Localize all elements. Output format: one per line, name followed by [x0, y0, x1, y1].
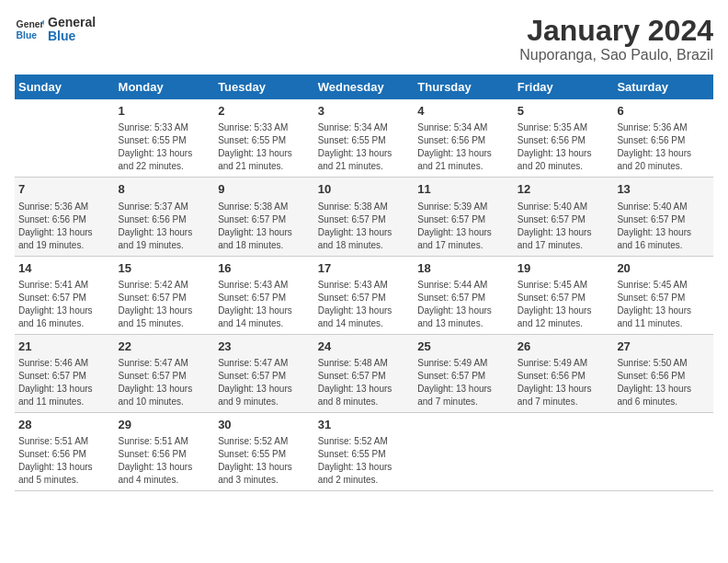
day-number: 9 — [218, 181, 311, 198]
calendar-cell: 27Sunrise: 5:50 AM Sunset: 6:56 PM Dayli… — [613, 334, 713, 412]
column-header-friday: Friday — [514, 75, 614, 99]
svg-text:General: General — [17, 19, 44, 29]
day-number: 11 — [417, 181, 510, 198]
calendar-cell: 17Sunrise: 5:43 AM Sunset: 6:57 PM Dayli… — [314, 256, 415, 334]
calendar-week-row: 21Sunrise: 5:46 AM Sunset: 6:57 PM Dayli… — [15, 334, 713, 412]
title-block: January 2024 Nuporanga, Sao Paulo, Brazi… — [519, 15, 713, 63]
day-info: Sunrise: 5:33 AM Sunset: 6:55 PM Dayligh… — [119, 121, 211, 173]
day-number: 16 — [218, 260, 311, 277]
day-number: 8 — [119, 181, 211, 198]
calendar-cell — [514, 412, 614, 490]
logo: General Blue General Blue — [15, 15, 96, 44]
calendar-cell: 30Sunrise: 5:52 AM Sunset: 6:55 PM Dayli… — [214, 412, 314, 490]
calendar-cell: 11Sunrise: 5:39 AM Sunset: 6:57 PM Dayli… — [414, 178, 514, 256]
day-number: 1 — [119, 103, 211, 120]
calendar-cell: 12Sunrise: 5:40 AM Sunset: 6:57 PM Dayli… — [514, 178, 614, 256]
column-header-monday: Monday — [115, 75, 215, 99]
day-info: Sunrise: 5:36 AM Sunset: 6:56 PM Dayligh… — [617, 121, 710, 173]
day-number: 4 — [417, 103, 510, 120]
day-info: Sunrise: 5:48 AM Sunset: 6:57 PM Dayligh… — [318, 357, 411, 408]
day-info: Sunrise: 5:34 AM Sunset: 6:56 PM Dayligh… — [417, 121, 510, 173]
day-number: 31 — [318, 417, 411, 433]
day-info: Sunrise: 5:44 AM Sunset: 6:57 PM Dayligh… — [417, 279, 510, 330]
calendar-week-row: 28Sunrise: 5:51 AM Sunset: 6:56 PM Dayli… — [15, 412, 713, 490]
calendar-cell: 9Sunrise: 5:38 AM Sunset: 6:57 PM Daylig… — [214, 178, 314, 256]
day-number: 2 — [218, 103, 311, 120]
logo-line1: General — [48, 16, 96, 29]
day-number: 12 — [518, 181, 610, 198]
calendar-cell: 5Sunrise: 5:35 AM Sunset: 6:56 PM Daylig… — [514, 99, 614, 178]
day-info: Sunrise: 5:35 AM Sunset: 6:56 PM Dayligh… — [518, 121, 610, 173]
day-info: Sunrise: 5:33 AM Sunset: 6:55 PM Dayligh… — [218, 121, 311, 173]
calendar-cell: 10Sunrise: 5:38 AM Sunset: 6:57 PM Dayli… — [314, 178, 415, 256]
day-info: Sunrise: 5:47 AM Sunset: 6:57 PM Dayligh… — [218, 357, 311, 408]
day-number: 14 — [18, 260, 111, 277]
day-number: 6 — [617, 103, 710, 120]
day-number: 25 — [417, 339, 510, 355]
svg-text:Blue: Blue — [17, 30, 38, 40]
calendar-cell: 14Sunrise: 5:41 AM Sunset: 6:57 PM Dayli… — [15, 256, 115, 334]
page-subtitle: Nuporanga, Sao Paulo, Brazil — [519, 47, 713, 63]
day-number: 18 — [417, 260, 510, 277]
day-number: 23 — [218, 339, 311, 355]
day-info: Sunrise: 5:42 AM Sunset: 6:57 PM Dayligh… — [119, 279, 211, 330]
day-info: Sunrise: 5:51 AM Sunset: 6:56 PM Dayligh… — [119, 435, 211, 487]
calendar-cell: 3Sunrise: 5:34 AM Sunset: 6:55 PM Daylig… — [314, 99, 415, 178]
calendar-cell: 4Sunrise: 5:34 AM Sunset: 6:56 PM Daylig… — [414, 99, 514, 178]
calendar-cell — [15, 99, 115, 178]
day-info: Sunrise: 5:45 AM Sunset: 6:57 PM Dayligh… — [518, 279, 610, 330]
day-info: Sunrise: 5:49 AM Sunset: 6:56 PM Dayligh… — [518, 357, 610, 408]
calendar-cell: 19Sunrise: 5:45 AM Sunset: 6:57 PM Dayli… — [514, 256, 614, 334]
calendar-cell: 28Sunrise: 5:51 AM Sunset: 6:56 PM Dayli… — [15, 412, 115, 490]
calendar-cell: 13Sunrise: 5:40 AM Sunset: 6:57 PM Dayli… — [613, 178, 713, 256]
day-info: Sunrise: 5:39 AM Sunset: 6:57 PM Dayligh… — [417, 201, 510, 252]
day-info: Sunrise: 5:37 AM Sunset: 6:56 PM Dayligh… — [119, 201, 211, 252]
calendar-cell: 16Sunrise: 5:43 AM Sunset: 6:57 PM Dayli… — [214, 256, 314, 334]
day-number: 3 — [318, 103, 411, 120]
calendar-cell: 22Sunrise: 5:47 AM Sunset: 6:57 PM Dayli… — [115, 334, 215, 412]
day-number: 10 — [318, 181, 411, 198]
day-info: Sunrise: 5:40 AM Sunset: 6:57 PM Dayligh… — [518, 201, 610, 252]
day-number: 29 — [119, 417, 211, 433]
calendar-cell: 31Sunrise: 5:52 AM Sunset: 6:55 PM Dayli… — [314, 412, 415, 490]
day-number: 21 — [18, 339, 111, 355]
day-number: 27 — [617, 339, 710, 355]
calendar-cell: 24Sunrise: 5:48 AM Sunset: 6:57 PM Dayli… — [314, 334, 415, 412]
calendar-cell: 21Sunrise: 5:46 AM Sunset: 6:57 PM Dayli… — [15, 334, 115, 412]
day-info: Sunrise: 5:47 AM Sunset: 6:57 PM Dayligh… — [119, 357, 211, 408]
calendar-table: SundayMondayTuesdayWednesdayThursdayFrid… — [15, 75, 713, 491]
calendar-cell — [414, 412, 514, 490]
day-number: 15 — [119, 260, 211, 277]
day-info: Sunrise: 5:40 AM Sunset: 6:57 PM Dayligh… — [617, 201, 710, 252]
day-info: Sunrise: 5:38 AM Sunset: 6:57 PM Dayligh… — [318, 201, 411, 252]
column-header-wednesday: Wednesday — [314, 75, 415, 99]
column-header-saturday: Saturday — [613, 75, 713, 99]
day-info: Sunrise: 5:49 AM Sunset: 6:57 PM Dayligh… — [417, 357, 510, 408]
calendar-week-row: 14Sunrise: 5:41 AM Sunset: 6:57 PM Dayli… — [15, 256, 713, 334]
day-info: Sunrise: 5:38 AM Sunset: 6:57 PM Dayligh… — [218, 201, 311, 252]
day-number: 17 — [318, 260, 411, 277]
calendar-cell: 26Sunrise: 5:49 AM Sunset: 6:56 PM Dayli… — [514, 334, 614, 412]
page-header: General Blue General Blue January 2024 N… — [15, 15, 713, 63]
column-header-sunday: Sunday — [15, 75, 115, 99]
calendar-cell: 2Sunrise: 5:33 AM Sunset: 6:55 PM Daylig… — [214, 99, 314, 178]
day-info: Sunrise: 5:52 AM Sunset: 6:55 PM Dayligh… — [318, 435, 411, 487]
day-number: 13 — [617, 181, 710, 198]
calendar-cell: 29Sunrise: 5:51 AM Sunset: 6:56 PM Dayli… — [115, 412, 215, 490]
day-number: 5 — [518, 103, 610, 120]
calendar-header-row: SundayMondayTuesdayWednesdayThursdayFrid… — [15, 75, 713, 99]
day-number: 19 — [518, 260, 610, 277]
day-number: 28 — [18, 417, 111, 433]
calendar-cell: 25Sunrise: 5:49 AM Sunset: 6:57 PM Dayli… — [414, 334, 514, 412]
calendar-cell: 20Sunrise: 5:45 AM Sunset: 6:57 PM Dayli… — [613, 256, 713, 334]
logo-icon: General Blue — [15, 15, 44, 44]
logo-line2: Blue — [48, 29, 96, 43]
calendar-cell: 23Sunrise: 5:47 AM Sunset: 6:57 PM Dayli… — [214, 334, 314, 412]
day-info: Sunrise: 5:45 AM Sunset: 6:57 PM Dayligh… — [617, 279, 710, 330]
day-info: Sunrise: 5:52 AM Sunset: 6:55 PM Dayligh… — [218, 435, 311, 487]
day-info: Sunrise: 5:51 AM Sunset: 6:56 PM Dayligh… — [18, 435, 111, 487]
day-info: Sunrise: 5:43 AM Sunset: 6:57 PM Dayligh… — [218, 279, 311, 330]
calendar-cell: 15Sunrise: 5:42 AM Sunset: 6:57 PM Dayli… — [115, 256, 215, 334]
day-number: 20 — [617, 260, 710, 277]
day-info: Sunrise: 5:43 AM Sunset: 6:57 PM Dayligh… — [318, 279, 411, 330]
